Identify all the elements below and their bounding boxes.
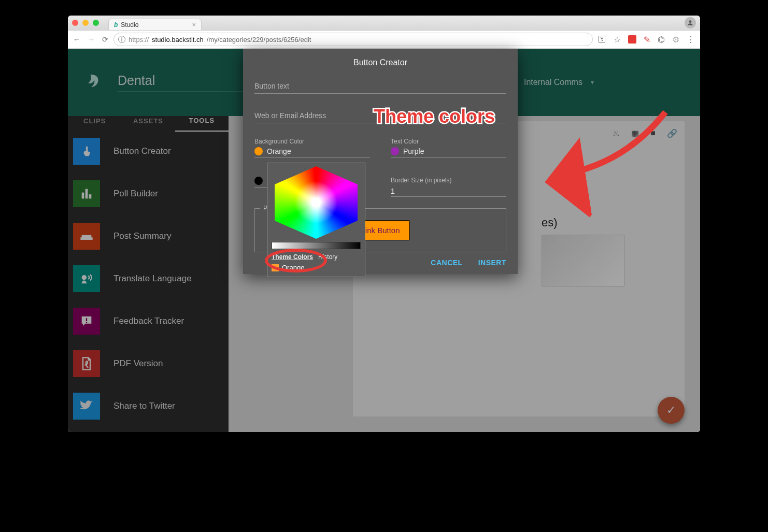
star-icon[interactable]: ☆ — [614, 35, 621, 45]
button-creator-modal: Button Creator Background Color Orange T… — [243, 49, 518, 274]
key-icon[interactable]: ⚿ — [598, 35, 606, 44]
extension-red-icon[interactable] — [628, 35, 636, 44]
browser-menu-icon[interactable]: ⋮ — [687, 35, 695, 45]
minimize-window-icon[interactable] — [82, 20, 89, 26]
couch-icon — [73, 223, 100, 250]
nav-back-icon[interactable]: ← — [73, 35, 80, 44]
tab-title: Studio — [121, 21, 138, 28]
tab-favicon-icon: b — [114, 21, 118, 28]
maximize-window-icon[interactable] — [93, 20, 99, 26]
svg-rect-6 — [86, 318, 87, 321]
insert-button[interactable]: INSERT — [478, 258, 506, 267]
tool-pdf-version[interactable]: PDF Version — [73, 350, 223, 377]
svg-rect-7 — [86, 322, 87, 323]
tool-translate-language[interactable]: Translate Language — [73, 265, 223, 292]
tool-label: Post Summary — [113, 231, 171, 241]
app-logo-icon[interactable] — [83, 73, 102, 92]
tool-feedback-tracker[interactable]: Feedback Tracker — [73, 308, 223, 335]
url-host: studio.backstit.ch — [152, 36, 204, 44]
annotation-circle — [265, 249, 327, 272]
tool-label: Poll Builder — [113, 189, 158, 199]
url-prefix: https:// — [129, 36, 149, 44]
border-size-input[interactable] — [391, 186, 506, 197]
fab-confirm[interactable]: ✓ — [658, 397, 685, 424]
text-color-value: Purple — [403, 147, 424, 155]
sidebar-tab-clips[interactable]: CLIPS — [68, 117, 121, 125]
browser-tab[interactable]: b Studio × — [108, 19, 202, 30]
button-text-input[interactable] — [254, 79, 506, 94]
bg-color-value: Orange — [267, 147, 291, 155]
border-color-swatch-icon — [254, 177, 263, 185]
tool-poll-builder[interactable]: Poll Builder — [73, 180, 223, 207]
bg-color-label: Background Color — [254, 138, 370, 145]
bg-color-swatch-icon — [254, 147, 263, 155]
browser-window: b Studio × ← → ⟳ i https://studio.backst… — [68, 16, 700, 432]
svg-point-0 — [689, 20, 692, 23]
feedback-icon — [73, 308, 100, 335]
modal-title: Button Creator — [254, 58, 506, 67]
image-icon[interactable]: ▦ — [631, 128, 639, 138]
tab-close-icon[interactable]: × — [192, 21, 196, 28]
sidebar: CLIPS ASSETS TOOLS Button Creator — [68, 116, 229, 432]
page-title-fragment: es) — [542, 216, 677, 229]
svg-rect-2 — [82, 193, 84, 199]
border-size-label: Border Size (in pixels) — [391, 177, 506, 184]
droplet-icon[interactable]: ♨ — [613, 128, 620, 138]
app-root: Dental Internal Comms ▾ CLIPS ASSETS TOO… — [68, 49, 700, 432]
page-image — [542, 235, 624, 286]
bars-icon — [73, 180, 100, 207]
text-color-label: Text Color — [391, 138, 506, 145]
svg-point-5 — [82, 275, 87, 280]
tool-label: Button Creator — [113, 146, 171, 156]
tool-share-twitter[interactable]: Share to Twitter — [73, 393, 223, 420]
pdf-icon — [73, 350, 100, 377]
tool-label: Share to Twitter — [113, 401, 175, 411]
url-path: /my/categories/229/posts/6256/edit — [207, 36, 311, 44]
color-hexagon[interactable] — [275, 166, 358, 239]
sidebar-tab-assets[interactable]: ASSETS — [121, 117, 175, 125]
tool-post-summary[interactable]: Post Summary — [73, 223, 223, 250]
tool-label: PDF Version — [113, 358, 163, 369]
window-controls — [72, 20, 99, 26]
tool-label: Translate Language — [113, 274, 192, 284]
text-color-swatch-icon — [391, 147, 399, 155]
nav-forward-icon[interactable]: → — [88, 35, 95, 44]
cancel-button[interactable]: CANCEL — [431, 258, 462, 267]
tool-label: Feedback Tracker — [113, 316, 184, 326]
close-window-icon[interactable] — [72, 20, 78, 26]
browser-titlebar: b Studio × — [68, 16, 700, 30]
svg-rect-3 — [86, 189, 88, 199]
browser-toolbar: ← → ⟳ i https://studio.backstit.ch/my/ca… — [68, 30, 700, 49]
bg-color-field[interactable]: Orange — [254, 147, 370, 158]
extension-bug-icon[interactable]: ⌬ — [658, 35, 665, 45]
profile-avatar-icon[interactable] — [685, 17, 696, 28]
nav-reload-icon[interactable]: ⟳ — [102, 35, 108, 44]
chevron-down-icon: ▾ — [591, 79, 594, 86]
address-input[interactable] — [254, 108, 506, 123]
text-color-field[interactable]: Purple — [391, 147, 506, 158]
speak-icon — [73, 265, 100, 292]
twitter-icon — [73, 393, 100, 420]
extension-pick-icon[interactable]: ✎ — [644, 35, 650, 45]
svg-rect-4 — [89, 194, 92, 198]
site-info-icon[interactable]: i — [118, 36, 125, 43]
pointer-icon — [73, 138, 100, 165]
link-icon[interactable]: 🔗 — [667, 128, 677, 138]
addressbar[interactable]: i https://studio.backstit.ch/my/categori… — [113, 33, 593, 46]
tool-button-creator[interactable]: Button Creator — [73, 138, 223, 165]
profile-label: Internal Comms — [524, 78, 582, 87]
grayscale-strip[interactable] — [272, 242, 361, 249]
extension-gear-icon[interactable]: ⚙ — [672, 35, 679, 45]
video-icon[interactable]: ■ — [650, 128, 656, 138]
